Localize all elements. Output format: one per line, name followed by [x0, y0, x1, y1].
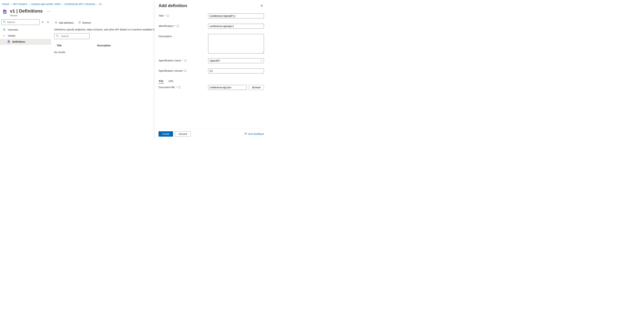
info-icon[interactable]: i — [184, 69, 186, 72]
feedback-icon — [244, 132, 247, 136]
tab-file[interactable]: File — [158, 79, 164, 83]
create-button[interactable]: Create — [158, 131, 173, 137]
page-subtitle: Version — [10, 14, 43, 17]
label-spec-version: Specification version i — [158, 68, 208, 72]
chevron-right-icon: › — [29, 2, 30, 5]
definitions-icon — [7, 40, 10, 43]
breadcrumb-current: v1 — [99, 2, 102, 5]
more-icon[interactable]: ⋯ — [47, 8, 50, 13]
spec-version-input[interactable] — [208, 68, 264, 73]
svg-line-9 — [58, 36, 59, 37]
sidebar-item-overview[interactable]: Overview — [0, 27, 51, 33]
col-title[interactable]: Title — [57, 44, 62, 47]
label-identification: Identification* i — [158, 24, 208, 27]
close-panel-button[interactable] — [260, 3, 264, 8]
label-document-file: Document file* i — [158, 85, 208, 89]
svg-rect-2 — [5, 12, 6, 13]
breadcrumb-link-api-centers[interactable]: API Centers — [13, 2, 27, 5]
breadcrumb-link-center-apis[interactable]: contoso-api-center | APIs — [31, 2, 60, 5]
col-description[interactable]: Description — [97, 44, 111, 47]
sidebar-item-details[interactable]: Details — [0, 33, 51, 39]
description-input[interactable] — [208, 34, 264, 53]
sidebar-item-label: Details — [8, 34, 16, 37]
svg-point-3 — [3, 21, 5, 22]
browse-button[interactable]: Browse — [249, 85, 264, 90]
chevron-right-icon: › — [11, 2, 12, 5]
info-icon[interactable]: i — [178, 86, 180, 88]
chevron-down-icon — [2, 34, 6, 37]
sidebar: Overview Details Definitions — [0, 19, 51, 139]
svg-text:i: i — [179, 86, 180, 88]
search-icon — [3, 20, 6, 24]
plus-icon — [54, 21, 58, 24]
svg-text:i: i — [178, 25, 178, 27]
search-icon — [56, 34, 59, 38]
add-definition-button[interactable]: Add definition — [54, 20, 74, 25]
api-version-icon — [2, 9, 8, 14]
panel-title: Add definition — [158, 3, 187, 8]
definitions-search[interactable] — [54, 33, 90, 39]
svg-text:i: i — [168, 15, 168, 17]
sidebar-item-label: Overview — [8, 28, 18, 31]
sidebar-item-definitions[interactable]: Definitions — [0, 39, 51, 45]
refresh-icon — [78, 21, 81, 24]
tab-url[interactable]: URL — [168, 79, 174, 83]
svg-line-4 — [5, 22, 6, 23]
collapse-sidebar-icon[interactable] — [46, 20, 50, 24]
identification-input[interactable] — [208, 24, 264, 29]
overview-icon — [2, 28, 6, 31]
info-icon[interactable]: i — [176, 25, 179, 27]
svg-point-6 — [4, 29, 4, 30]
discard-button[interactable]: Discard — [175, 131, 190, 137]
svg-text:i: i — [185, 70, 186, 72]
feedback-label: Give feedback — [248, 133, 264, 135]
chevron-right-icon: › — [62, 2, 63, 5]
refresh-label: Refresh — [82, 21, 91, 24]
refresh-button[interactable]: Refresh — [78, 20, 92, 25]
chevron-right-icon: › — [97, 2, 98, 5]
add-definition-panel: Add definition Title* i Identification* … — [154, 0, 268, 139]
svg-point-8 — [56, 35, 58, 36]
document-file-input[interactable] — [208, 85, 247, 90]
svg-rect-7 — [8, 42, 9, 43]
page-title: v1 | Definitions — [10, 8, 43, 14]
svg-rect-1 — [4, 12, 4, 13]
clear-icon[interactable] — [41, 20, 45, 24]
label-title: Title* i — [158, 13, 208, 17]
breadcrumb-link-home[interactable]: Home — [2, 2, 9, 5]
sidebar-search[interactable] — [2, 19, 40, 25]
svg-point-20 — [244, 133, 246, 134]
spec-name-select[interactable] — [208, 58, 264, 63]
info-icon[interactable]: i — [184, 59, 187, 62]
definitions-search-input[interactable] — [61, 35, 92, 37]
info-icon[interactable]: i — [167, 14, 169, 17]
label-description: Description — [158, 34, 208, 38]
upload-tabs: File URL — [158, 79, 264, 85]
title-input[interactable] — [208, 13, 264, 18]
breadcrumb-link-versions[interactable]: Conference API | Versions — [64, 2, 95, 5]
give-feedback-link[interactable]: Give feedback — [244, 132, 264, 136]
sidebar-item-label: Definitions — [12, 40, 25, 43]
sidebar-search-input[interactable] — [7, 21, 38, 23]
svg-text:i: i — [185, 60, 186, 61]
add-definition-label: Add definition — [59, 21, 74, 24]
label-spec-name: Specification name* i — [158, 58, 208, 62]
